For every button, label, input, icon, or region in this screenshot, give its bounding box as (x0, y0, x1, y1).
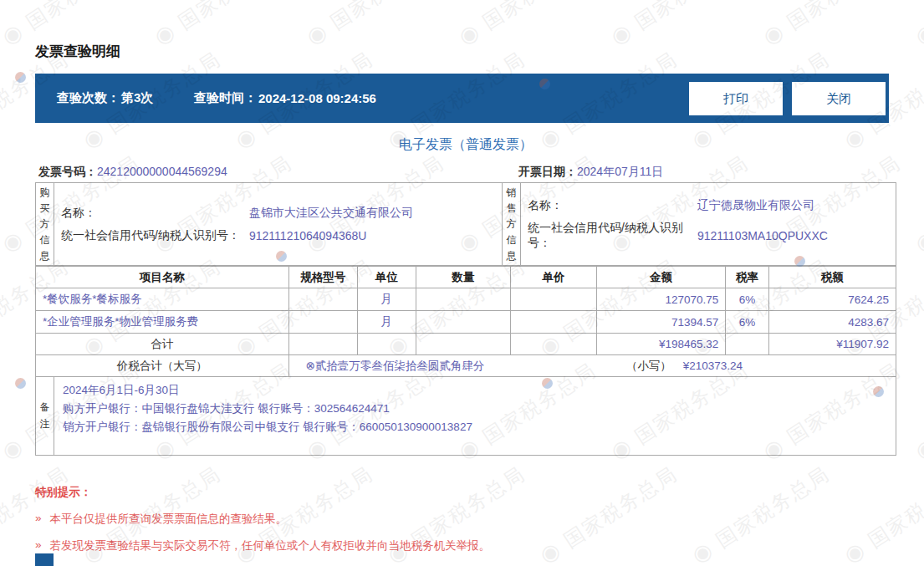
invoice-number-value: 24212000000044569294 (97, 165, 227, 178)
special-notice: 特别提示： » 本平台仅提供所查询发票票面信息的查验结果。 » 若发现发票查验结… (35, 485, 871, 553)
remarks-side-label: 备注 (36, 376, 54, 455)
item-rate: 6% (726, 311, 768, 334)
col-header-item-name: 项目名称 (36, 267, 289, 288)
verify-count: 查验次数：第3次 (57, 74, 153, 123)
item-unit: 月 (357, 288, 416, 311)
verify-header-bar: 查验次数：第3次 查验时间：2024-12-08 09:24:56 打印 关闭 (35, 74, 889, 123)
footer-bar-edge (35, 553, 54, 566)
col-header-spec: 规格型号 (288, 267, 357, 288)
tax-total-lowercase-value: ¥210373.24 (683, 359, 743, 372)
remark-line: 购方开户银行：中国银行盘锦大洼支行 银行账号：302564624471 (63, 400, 887, 418)
verify-time-label: 查验时间： (194, 90, 257, 106)
item-spec (288, 288, 357, 311)
item-amount: 127070.75 (596, 288, 725, 311)
verify-time-value: 2024-12-08 09:24:56 (258, 91, 376, 105)
item-tax: 4283.67 (768, 311, 896, 334)
remark-line: 销方开户银行：盘锦银行股份有限公司中银支行 银行账号：6600501309000… (63, 418, 887, 436)
notice-item: » 本平台仅提供所查询发票票面信息的查验结果。 (35, 512, 871, 527)
item-qty (416, 288, 510, 311)
item-amount: 71394.57 (596, 311, 725, 334)
col-header-rate: 税率 (726, 267, 768, 288)
table-row: *企业管理服务*物业管理服务费 月 71394.57 6% 4283.67 (36, 311, 896, 334)
close-button[interactable]: 关闭 (792, 82, 886, 115)
invoice-number-row: 发票号码：24212000000044569294 开票日期：2024年07月1… (35, 164, 896, 181)
buyer-taxid-value: 91211121064094368U (249, 229, 366, 242)
col-header-price: 单价 (511, 267, 597, 288)
invoice-number-label: 发票号码： (38, 165, 97, 178)
col-header-qty: 数量 (416, 267, 510, 288)
invoice-number: 发票号码：24212000000044569294 (38, 164, 227, 180)
seller-name-label: 名称： (528, 198, 697, 213)
col-header-tax: 税额 (768, 267, 896, 288)
tax-total-lowercase-label: （小写） (626, 359, 671, 374)
tax-total-label: 价税合计（大写） (36, 355, 289, 377)
seller-taxid-label: 统一社会信用代码/纳税人识别号： (528, 221, 697, 251)
seller-name-value: 辽宁德晟物业有限公司 (697, 198, 814, 213)
seller-taxid-value: 91211103MA10QPUXXC (697, 229, 828, 242)
items-header-row: 项目名称 规格型号 单位 数量 单价 金额 税率 税额 (36, 267, 896, 288)
item-name: *企业管理服务*物业管理服务费 (36, 311, 289, 334)
notice-text: 本平台仅提供所查询发票票面信息的查验结果。 (50, 512, 288, 527)
invoice-verify-page: 发票查验明细 查验次数：第3次 查验时间：2024-12-08 09:24:56… (0, 0, 924, 566)
item-price (511, 311, 597, 334)
col-header-amount: 金额 (596, 267, 725, 288)
item-spec (288, 311, 357, 334)
party-info-box: 购买方信息 名称： 盘锦市大洼区公共交通有限公司 统一社会信用代码/纳税人识别号… (35, 182, 896, 266)
item-qty (416, 311, 510, 334)
tax-total-uppercase: ⊗贰拾壹万零叁佰柒拾叁圆贰角肆分 (296, 359, 485, 374)
invoice-date-value: 2024年07月11日 (577, 165, 663, 178)
remark-line: 2024年6月1日-6月30日 (63, 381, 887, 400)
invoice-date: 开票日期：2024年07月11日 (518, 164, 663, 180)
total-amount: ¥198465.32 (596, 334, 725, 355)
item-unit: 月 (357, 311, 416, 334)
item-price (511, 288, 597, 311)
buyer-name-label: 名称： (61, 206, 249, 221)
invoice-type-title: 电子发票（普通发票） (35, 136, 896, 154)
print-button[interactable]: 打印 (689, 82, 783, 115)
verify-count-label: 查验次数： (57, 90, 120, 106)
bullet-icon: » (35, 512, 42, 527)
items-table: 项目名称 规格型号 单位 数量 单价 金额 税率 税额 *餐饮服务*餐标服务 月… (35, 266, 896, 377)
verify-time: 查验时间：2024-12-08 09:24:56 (194, 74, 376, 123)
buyer-name-value: 盘锦市大洼区公共交通有限公司 (249, 206, 413, 221)
buyer-section: 购买方信息 名称： 盘锦市大洼区公共交通有限公司 统一社会信用代码/纳税人识别号… (36, 183, 503, 265)
tax-total-row: 价税合计（大写） ⊗贰拾壹万零叁佰柒拾叁圆贰角肆分 （小写） ¥210373.2… (36, 355, 896, 377)
invoice-date-label: 开票日期： (518, 165, 577, 178)
item-name: *餐饮服务*餐标服务 (36, 288, 289, 311)
col-header-unit: 单位 (357, 267, 416, 288)
buyer-taxid-label: 统一社会信用代码/纳税人识别号： (61, 228, 249, 243)
item-tax: 7624.25 (768, 288, 896, 311)
notice-text: 若发现发票查验结果与实际交易不符，任何单位或个人有权拒收并向当地税务机关举报。 (50, 538, 491, 553)
verify-count-value: 第3次 (121, 90, 153, 106)
bullet-icon: » (35, 538, 42, 553)
table-row: *餐饮服务*餐标服务 月 127070.75 6% 7624.25 (36, 288, 896, 311)
buyer-side-label: 购买方信息 (36, 183, 54, 265)
total-row: 合计 ¥198465.32 ¥11907.92 (36, 334, 896, 355)
seller-side-label: 销售方信息 (503, 183, 521, 265)
remarks-section: 备注 2024年6月1日-6月30日 购方开户银行：中国银行盘锦大洼支行 银行账… (35, 376, 896, 456)
notice-item: » 若发现发票查验结果与实际交易不符，任何单位或个人有权拒收并向当地税务机关举报… (35, 538, 871, 553)
item-rate: 6% (726, 288, 768, 311)
total-label: 合计 (36, 334, 289, 355)
page-title: 发票查验明细 (35, 42, 120, 61)
total-tax: ¥11907.92 (768, 334, 896, 355)
seller-section: 销售方信息 名称： 辽宁德晟物业有限公司 统一社会信用代码/纳税人识别号： 91… (503, 183, 896, 265)
notice-title: 特别提示： (35, 485, 871, 500)
